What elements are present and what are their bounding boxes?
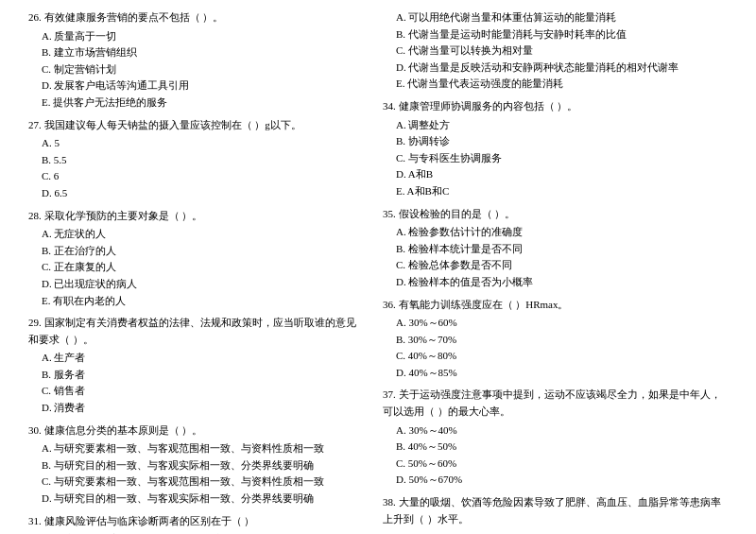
option-q36-3: D. 40%～85% <box>383 365 728 382</box>
option-q36-0: A. 30%～60% <box>383 315 728 332</box>
option-q26-4: E. 提供客户无法拒绝的服务 <box>28 95 364 112</box>
option-q30-1: B. 与研究目的相一致、与客观实际相一致、分类界线要明确 <box>28 457 364 474</box>
question-title-q27: 27. 我国建议每人每天钠盐的摄入量应该控制在（ ）g以下。 <box>28 117 364 134</box>
option-q28-0: A. 无症状的人 <box>28 226 364 243</box>
option-q29-1: B. 服务者 <box>28 367 364 384</box>
option-q26-2: C. 制定营销计划 <box>28 61 364 78</box>
column-left: 26. 有效健康服务营销的要点不包括（ ）。A. 质量高于一切B. 建立市场营销… <box>28 9 378 534</box>
question-q36: 36. 有氧能力训练强度应在（ ）HRmax。A. 30%～60%B. 30%～… <box>383 297 728 382</box>
option-q37-3: D. 50%～670% <box>383 472 728 489</box>
option-q30-3: D. 与研究目的相一致、与客观实际相一致、分类界线要明确 <box>28 491 364 508</box>
question-q35: 35. 假设检验的目的是（ ）。A. 检验参数估计计的准确度B. 检验样本统计量… <box>383 206 728 291</box>
option-q34-0: A. 调整处方 <box>383 117 728 134</box>
option-q26-1: B. 建立市场营销组织 <box>28 44 364 61</box>
question-title-q35: 35. 假设检验的目的是（ ）。 <box>383 206 728 223</box>
option-q33r-4: E. 代谢当量代表运动强度的能量消耗 <box>383 76 728 93</box>
option-q35-3: D. 检验样本的值是否为小概率 <box>383 274 728 291</box>
question-q29: 29. 国家制定有关消费者权益的法律、法规和政策时，应当听取谁的意见和要求（ ）… <box>28 315 364 417</box>
option-q29-0: A. 生产者 <box>28 350 364 367</box>
option-q28-4: E. 有职在内老的人 <box>28 293 364 310</box>
question-q34: 34. 健康管理师协调服务的内容包括（ ）。A. 调整处方B. 协调转诊C. 与… <box>383 98 728 200</box>
option-q35-0: A. 检验参数估计计的准确度 <box>383 224 728 241</box>
option-q27-2: C. 6 <box>28 168 364 185</box>
option-q33r-2: C. 代谢当量可以转换为相对量 <box>383 43 728 60</box>
question-title-q28: 28. 采取化学预防的主要对象是（ ）。 <box>28 208 364 225</box>
option-q29-2: C. 销售者 <box>28 383 364 400</box>
option-q38-0: A. 10%～20% <box>383 529 728 534</box>
question-title-q31: 31. 健康风险评估与临床诊断两者的区别在于（ ） <box>28 513 364 530</box>
option-q37-0: A. 30%～40% <box>383 422 728 439</box>
option-q34-1: B. 协调转诊 <box>383 133 728 150</box>
question-q30: 30. 健康信息分类的基本原则是（ ）。A. 与研究要素相一致、与客观范围相一致… <box>28 422 364 508</box>
option-q26-0: A. 质量高于一切 <box>28 28 364 45</box>
option-q33r-1: B. 代谢当量是运动时能量消耗与安静时耗率的比值 <box>383 26 728 43</box>
column-right: A. 可以用绝代谢当量和体重估算运动的能量消耗B. 代谢当量是运动时能量消耗与安… <box>378 9 728 534</box>
question-title-q30: 30. 健康信息分类的基本原则是（ ）。 <box>28 422 364 439</box>
option-q30-2: C. 与研究要素相一致、与客观范围相一致、与资料性质相一致 <box>28 474 364 491</box>
question-q38: 38. 大量的吸烟、饮酒等危险因素导致了肥胖、高血压、血脂异常等患病率上升到（ … <box>383 494 728 534</box>
question-title-q38: 38. 大量的吸烟、饮酒等危险因素导致了肥胖、高血压、血脂异常等患病率上升到（ … <box>383 494 728 527</box>
option-q33r-3: D. 代谢当量是反映活动和安静两种状态能量消耗的相对代谢率 <box>383 60 728 77</box>
option-q28-1: B. 正在治疗的人 <box>28 243 364 260</box>
option-q37-1: B. 40%～50% <box>383 439 728 456</box>
question-title-q29: 29. 国家制定有关消费者权益的法律、法规和政策时，应当听取谁的意见和要求（ ）… <box>28 315 364 348</box>
question-title-q26: 26. 有效健康服务营销的要点不包括（ ）。 <box>28 9 364 26</box>
option-q34-3: D. A和B <box>383 166 728 183</box>
option-q27-0: A. 5 <box>28 135 364 152</box>
option-q35-2: C. 检验总体参数是否不同 <box>383 257 728 274</box>
question-q27: 27. 我国建议每人每天钠盐的摄入量应该控制在（ ）g以下。A. 5B. 5.5… <box>28 117 364 202</box>
option-q33r-0: A. 可以用绝代谢当量和体重估算运动的能量消耗 <box>383 9 728 26</box>
option-q34-4: E. A和B和C <box>383 183 728 200</box>
option-q35-1: B. 检验样本统计量是否不同 <box>383 241 728 258</box>
option-q28-2: C. 正在康复的人 <box>28 259 364 276</box>
question-q33r: A. 可以用绝代谢当量和体重估算运动的能量消耗B. 代谢当量是运动时能量消耗与安… <box>383 9 728 93</box>
option-q36-2: C. 40%～80% <box>383 348 728 365</box>
question-q37: 37. 关于运动强度注意事项中提到，运动不应该竭尽全力，如果是中年人，可以选用（… <box>383 387 728 489</box>
option-q37-2: C. 50%～60% <box>383 456 728 473</box>
option-q27-3: D. 6.5 <box>28 185 364 202</box>
option-q34-2: C. 与专科医生协调服务 <box>383 150 728 167</box>
option-q28-3: D. 已出现症状的病人 <box>28 276 364 293</box>
question-title-q34: 34. 健康管理师协调服务的内容包括（ ）。 <box>383 98 728 115</box>
option-q29-3: D. 消费者 <box>28 400 364 417</box>
option-q27-1: B. 5.5 <box>28 152 364 169</box>
question-q31: 31. 健康风险评估与临床诊断两者的区别在于（ ）A. 要求不同、手段不同、目的… <box>28 513 364 534</box>
option-q30-0: A. 与研究要素相一致、与客观范围相一致、与资料性质相一致 <box>28 440 364 457</box>
question-title-q36: 36. 有氧能力训练强度应在（ ）HRmax。 <box>383 297 728 314</box>
option-q36-1: B. 30%～70% <box>383 332 728 349</box>
question-q26: 26. 有效健康服务营销的要点不包括（ ）。A. 质量高于一切B. 建立市场营销… <box>28 9 364 112</box>
question-q28: 28. 采取化学预防的主要对象是（ ）。A. 无症状的人B. 正在治疗的人C. … <box>28 208 364 310</box>
question-title-q37: 37. 关于运动强度注意事项中提到，运动不应该竭尽全力，如果是中年人，可以选用（… <box>383 387 728 420</box>
option-q26-3: D. 发展客户电话等沟通工具引用 <box>28 78 364 95</box>
page-container: 26. 有效健康服务营销的要点不包括（ ）。A. 质量高于一切B. 建立市场营销… <box>28 9 728 534</box>
